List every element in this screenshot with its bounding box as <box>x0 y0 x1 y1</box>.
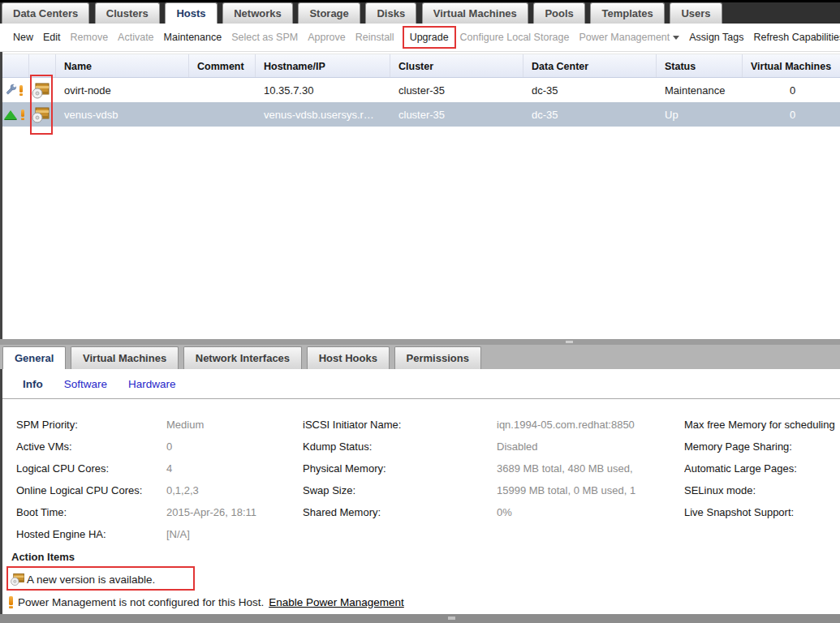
alert-icon <box>19 85 24 96</box>
field-label: SPM Priority: <box>16 414 166 436</box>
tab-templates[interactable]: Templates <box>590 2 664 24</box>
resize-handle-icon[interactable] <box>448 617 455 620</box>
subtab-info[interactable]: Info <box>23 378 43 390</box>
subtab-software[interactable]: Software <box>64 378 107 390</box>
activate-button[interactable]: Activate <box>118 32 153 43</box>
tab-virtual-machines[interactable]: Virtual Machines <box>422 2 528 24</box>
host-status: Maintenance <box>657 84 743 97</box>
tab-permissions[interactable]: Permissions <box>394 346 481 369</box>
hosts-table: Name Comment Hostname/IP Cluster Data Ce… <box>2 54 840 127</box>
field-value: Disabled <box>497 436 538 458</box>
field-label: Logical CPU Cores: <box>16 458 166 479</box>
upgrade-available-icon <box>31 82 50 99</box>
tab-disks[interactable]: Disks <box>365 2 416 24</box>
field-value: [N/A] <box>166 523 190 545</box>
refresh-capabilities-button[interactable]: Refresh Capabilities <box>753 32 840 43</box>
configure-local-storage-button[interactable]: Configure Local Storage <box>460 32 570 43</box>
column-header-status[interactable]: Status <box>657 54 743 77</box>
assign-tags-button[interactable]: Assign Tags <box>689 32 743 43</box>
field-value: 0,1,2,3 <box>166 479 199 501</box>
field-label: Max free Memory for scheduling <box>684 414 835 436</box>
host-hostname: venus-vdsb.usersys.r… <box>256 109 390 121</box>
splitter-handle-icon[interactable] <box>566 341 573 343</box>
field-label: Hosted Engine HA: <box>16 523 166 545</box>
field-label: Shared Memory: <box>303 501 497 523</box>
field-value: 0 <box>166 436 172 458</box>
host-data-center: dc-35 <box>523 109 657 121</box>
field-label: Swap Size: <box>303 479 497 501</box>
bottom-resize-bar[interactable] <box>0 614 840 623</box>
info-column-middle: iSCSI Initiator Name:iqn.1994-05.com.red… <box>303 414 635 523</box>
status-up-icon <box>4 110 17 119</box>
general-sub-tabs: Info Software Hardware <box>2 369 840 399</box>
field-label: Physical Memory: <box>303 458 497 479</box>
host-vm-count: 0 <box>743 109 840 121</box>
action-item-new-version: A new version is available. <box>10 570 155 588</box>
tab-networks[interactable]: Networks <box>222 2 293 24</box>
field-label: Live Snapshot Support: <box>684 501 794 523</box>
tab-data-centers[interactable]: Data Centers <box>2 2 89 24</box>
field-label: Boot Time: <box>16 501 166 523</box>
table-header-row: Name Comment Hostname/IP Cluster Data Ce… <box>2 54 840 78</box>
field-label: iSCSI Initiator Name: <box>303 414 497 436</box>
host-hostname: 10.35.7.30 <box>256 84 390 97</box>
field-label: Active VMs: <box>16 436 166 458</box>
new-version-text: A new version is available. <box>27 574 155 586</box>
column-header-cluster[interactable]: Cluster <box>390 54 523 77</box>
column-header-data-center[interactable]: Data Center <box>523 54 657 77</box>
power-management-dropdown[interactable]: Power Management <box>579 32 679 43</box>
action-item-power-management: Power Management is not configured for t… <box>8 593 404 611</box>
field-label: Online Logical CPU Cores: <box>16 479 166 501</box>
field-value: 4 <box>166 458 172 479</box>
power-management-text: Power Management is not configured for t… <box>18 596 264 608</box>
column-header-hostname[interactable]: Hostname/IP <box>256 54 390 77</box>
tab-storage[interactable]: Storage <box>298 2 360 24</box>
enable-power-management-link[interactable]: Enable Power Management <box>269 596 404 608</box>
tab-host-hooks[interactable]: Host Hooks <box>307 346 390 369</box>
info-column-left: SPM Priority:Medium Active VMs:0 Logical… <box>16 414 256 545</box>
upgrade-button[interactable]: Upgrade <box>403 26 456 49</box>
reinstall-button[interactable]: Reinstall <box>355 32 394 43</box>
field-label: Automatic Large Pages: <box>684 458 797 479</box>
action-items-heading: Action Items <box>11 551 75 563</box>
field-label: Kdump Status: <box>303 436 497 458</box>
field-label: Memory Page Sharing: <box>684 436 792 458</box>
tab-virtual-machines-detail[interactable]: Virtual Machines <box>71 346 179 369</box>
tab-users[interactable]: Users <box>670 2 722 24</box>
table-row-ovirt-node[interactable]: ovirt-node 10.35.7.30 cluster-35 dc-35 M… <box>2 78 840 102</box>
remove-button[interactable]: Remove <box>71 32 109 43</box>
field-value: 0% <box>497 501 512 523</box>
column-header-comment[interactable]: Comment <box>189 54 256 77</box>
chevron-down-icon <box>673 36 679 40</box>
edit-button[interactable]: Edit <box>43 32 61 43</box>
column-header-name[interactable]: Name <box>56 54 189 77</box>
main-tab-bar: Data Centers Clusters Hosts Networks Sto… <box>0 0 840 24</box>
tab-general[interactable]: General <box>2 346 66 369</box>
host-name: venus-vdsb <box>56 109 189 121</box>
field-value: Medium <box>166 414 204 436</box>
host-vm-count: 0 <box>743 84 840 97</box>
tab-pools[interactable]: Pools <box>533 2 584 24</box>
host-name: ovirt-node <box>56 84 189 97</box>
maintenance-button[interactable]: Maintenance <box>164 32 222 43</box>
new-button[interactable]: New <box>13 32 33 43</box>
column-header-virtual-machines[interactable]: Virtual Machines <box>743 54 840 77</box>
tab-network-interfaces[interactable]: Network Interfaces <box>183 346 302 369</box>
info-column-right: Max free Memory for scheduling Memory Pa… <box>684 414 840 523</box>
field-value: iqn.1994-05.com.redhat:8850 <box>497 414 635 436</box>
field-value: 15999 MB total, 0 MB used, 1 <box>497 479 635 501</box>
select-as-spm-button[interactable]: Select as SPM <box>231 32 298 43</box>
table-row-venus-vdsb[interactable]: venus-vdsb venus-vdsb.usersys.r… cluster… <box>2 102 840 127</box>
pane-splitter[interactable] <box>0 339 840 345</box>
field-label: SELinux mode: <box>684 479 756 501</box>
tab-clusters[interactable]: Clusters <box>95 2 160 24</box>
subtab-hardware[interactable]: Hardware <box>128 378 176 390</box>
tab-hosts[interactable]: Hosts <box>165 2 217 24</box>
column-header-status-icon <box>2 54 29 77</box>
upgrade-available-icon <box>31 106 50 123</box>
field-value: 3689 MB total, 480 MB used, <box>497 458 633 479</box>
host-data-center: dc-35 <box>523 84 657 97</box>
approve-button[interactable]: Approve <box>308 32 346 43</box>
hosts-toolbar: New Edit Remove Activate Maintenance Sel… <box>0 24 840 52</box>
column-header-upgrade-icon <box>29 54 56 77</box>
